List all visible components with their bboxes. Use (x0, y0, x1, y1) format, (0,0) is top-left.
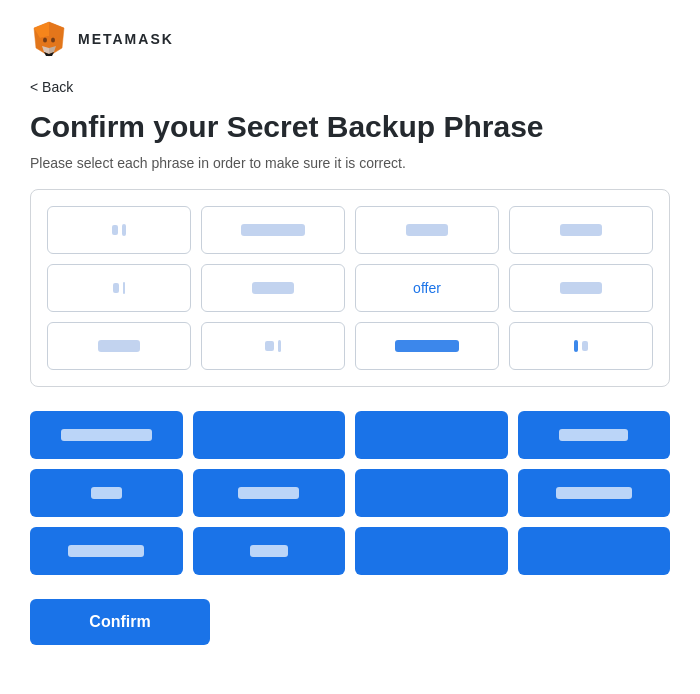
btn-word-blur (68, 545, 144, 557)
option-btn-9[interactable] (30, 527, 183, 575)
page-title: Confirm your Secret Backup Phrase (30, 109, 670, 145)
phrase-slot-1 (47, 206, 191, 254)
header: METAMASK (30, 20, 670, 58)
word-blur (560, 282, 603, 294)
option-btn-12[interactable] (518, 527, 671, 575)
phrase-slot-4 (509, 206, 653, 254)
page-wrapper: METAMASK < Back Confirm your Secret Back… (0, 0, 700, 675)
phrase-slot-9 (47, 322, 191, 370)
phrase-slot-6 (201, 264, 345, 312)
logo-text: METAMASK (78, 31, 174, 47)
btn-word-blur (61, 429, 153, 441)
option-btn-2[interactable] (193, 411, 346, 459)
confirm-button[interactable]: Confirm (30, 599, 210, 645)
options-grid (30, 411, 670, 575)
option-btn-10[interactable] (193, 527, 346, 575)
word-blur (265, 341, 274, 351)
word-blur (560, 224, 603, 236)
phrase-slot-8 (509, 264, 653, 312)
btn-word-blur (238, 487, 299, 499)
word-blur (123, 282, 125, 294)
word-blur (113, 283, 119, 293)
phrase-slot-7: offer (355, 264, 499, 312)
btn-word-blur (559, 429, 628, 441)
word-blur (582, 341, 588, 351)
option-btn-8[interactable] (518, 469, 671, 517)
option-btn-3[interactable] (355, 411, 508, 459)
word-blur (98, 340, 141, 352)
option-btn-1[interactable] (30, 411, 183, 459)
option-btn-4[interactable] (518, 411, 671, 459)
svg-point-8 (43, 38, 47, 43)
word-blur (241, 224, 305, 236)
back-link[interactable]: < Back (30, 79, 73, 95)
svg-point-9 (51, 38, 55, 43)
word-blur (278, 340, 281, 352)
btn-word-blur (250, 545, 288, 557)
btn-word-blur (91, 487, 122, 499)
word-blur (406, 224, 449, 236)
word-blur (112, 225, 118, 235)
phrase-container: offer (30, 189, 670, 387)
phrase-slot-11 (355, 322, 499, 370)
metamask-logo-icon (30, 20, 68, 58)
phrase-word-7: offer (413, 280, 441, 296)
option-btn-11[interactable] (355, 527, 508, 575)
phrase-slot-5 (47, 264, 191, 312)
option-btn-6[interactable] (193, 469, 346, 517)
word-blur (574, 340, 578, 352)
word-blur (122, 224, 126, 236)
phrase-grid: offer (47, 206, 653, 370)
phrase-slot-3 (355, 206, 499, 254)
option-btn-7[interactable] (355, 469, 508, 517)
subtitle: Please select each phrase in order to ma… (30, 155, 670, 171)
option-btn-5[interactable] (30, 469, 183, 517)
word-blur (395, 340, 459, 352)
phrase-slot-2 (201, 206, 345, 254)
word-blur (252, 282, 295, 294)
btn-word-blur (556, 487, 632, 499)
phrase-slot-10 (201, 322, 345, 370)
phrase-slot-12 (509, 322, 653, 370)
